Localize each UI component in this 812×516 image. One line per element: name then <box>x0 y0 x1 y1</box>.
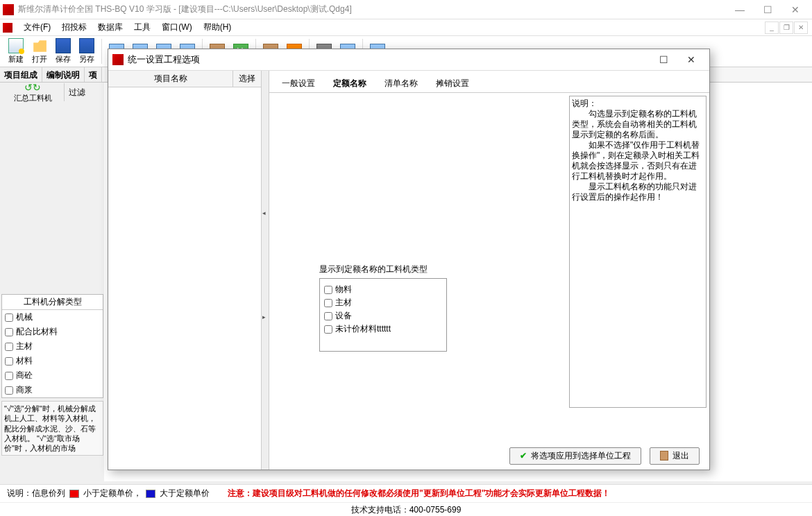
project-list[interactable] <box>108 87 261 470</box>
type-group-label: 显示到定额名称的工料机类型 <box>319 264 447 275</box>
dtab-list[interactable]: 清单名称 <box>378 75 425 92</box>
dialog-left-panel: 项目名称 选择 <box>108 71 262 470</box>
opt-main[interactable]: 主材 <box>323 296 443 309</box>
exit-button[interactable]: 退出 <box>650 447 700 465</box>
dialog-icon <box>112 54 124 65</box>
dialog-tabs: 一般设置 定额名称 清单名称 摊销设置 <box>269 71 709 93</box>
dtab-quota[interactable]: 定额名称 <box>326 75 373 92</box>
type-group: 显示到定额名称的工料机类型 物料 主材 设备 未计价材料tttttt <box>319 264 447 352</box>
dialog-backdrop: 统一设置工程选项 ☐ ✕ 项目名称 选择 ◂ ▸ 一般设置 定额名称 清单名称 <box>0 0 812 516</box>
dialog-title: 统一设置工程选项 <box>128 53 650 66</box>
dialog-max[interactable]: ☐ <box>650 50 677 69</box>
col-project-name[interactable]: 项目名称 <box>108 71 233 87</box>
dialog-close[interactable]: ✕ <box>677 50 705 69</box>
explain-box: 说明： 勾选显示到定额名称的工料机类型，系统会自动将相关的工料机显示到定额的名称… <box>569 96 707 408</box>
dtab-general[interactable]: 一般设置 <box>275 75 322 92</box>
opt-material[interactable]: 物料 <box>323 283 443 296</box>
dtab-amort[interactable]: 摊销设置 <box>429 75 476 92</box>
opt-equip[interactable]: 设备 <box>323 309 443 322</box>
opt-unpriced[interactable]: 未计价材料tttttt <box>323 322 443 336</box>
splitter[interactable]: ◂ ▸ <box>262 71 269 470</box>
apply-button[interactable]: ✔ 将选项应用到选择单位工程 <box>509 447 641 465</box>
exit-icon <box>660 451 668 461</box>
settings-dialog: 统一设置工程选项 ☐ ✕ 项目名称 选择 ◂ ▸ 一般设置 定额名称 清单名称 <box>108 49 710 470</box>
check-icon: ✔ <box>520 451 527 461</box>
col-select[interactable]: 选择 <box>233 71 261 87</box>
